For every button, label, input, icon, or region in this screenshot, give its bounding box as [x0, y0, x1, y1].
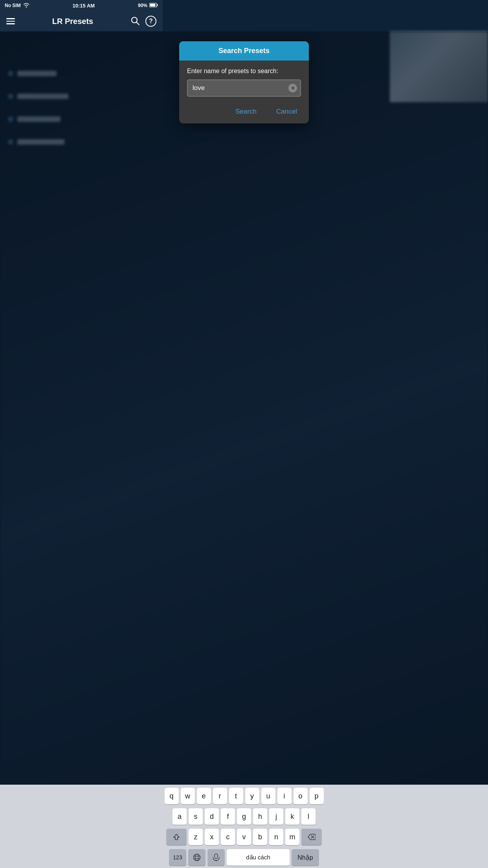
svg-line-4 — [137, 22, 139, 25]
battery-icon — [149, 3, 158, 9]
help-button[interactable]: ? — [145, 16, 156, 27]
status-left: No SIM — [5, 3, 29, 9]
search-icon — [130, 16, 140, 27]
wifi-icon — [23, 3, 29, 9]
page-title: LR Presets — [52, 17, 94, 26]
svg-rect-2 — [150, 4, 156, 6]
battery-percentage: 90% — [138, 3, 147, 8]
svg-rect-1 — [157, 4, 158, 6]
nav-icons: ? — [130, 16, 156, 27]
search-nav-button[interactable] — [130, 16, 140, 27]
status-bar: No SIM 10:15 AM 90% — [0, 0, 163, 11]
top-nav: LR Presets ? — [0, 11, 163, 31]
help-icon: ? — [145, 16, 156, 27]
carrier-label: No SIM — [5, 3, 21, 8]
overlay — [0, 31, 163, 289]
menu-button[interactable] — [6, 18, 15, 24]
status-time: 10:15 AM — [73, 3, 95, 9]
hamburger-icon — [6, 18, 15, 24]
status-right: 90% — [138, 3, 158, 9]
